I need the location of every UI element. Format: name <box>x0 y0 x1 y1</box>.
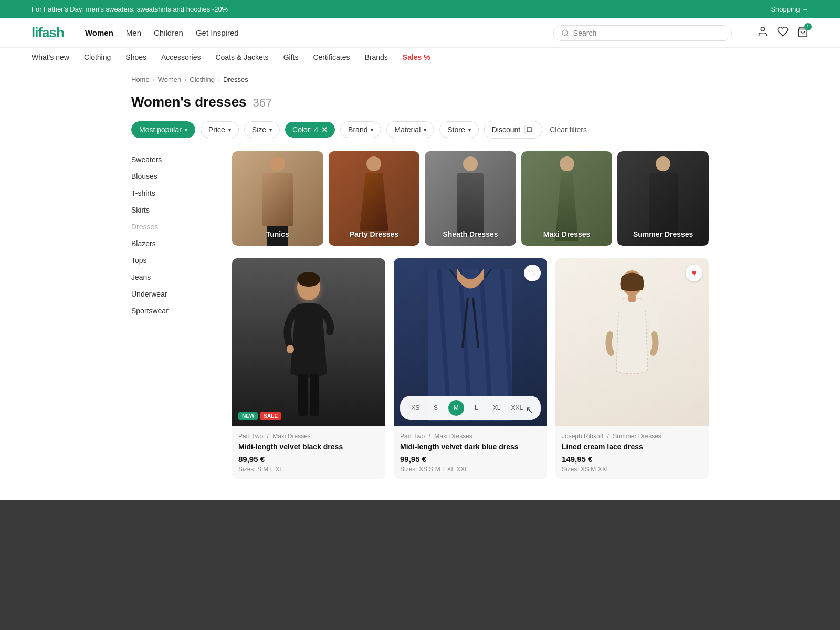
sidebar-item-blazers[interactable]: Blazers <box>131 235 215 252</box>
product-tags-1: NEW SALE <box>238 412 281 420</box>
product-image-1: NEW SALE <box>232 258 385 426</box>
product-name-2: Midi-length velvet dark blue dress <box>400 442 541 452</box>
discount-filter[interactable]: Discount ☐ <box>484 121 542 139</box>
breadcrumb-home[interactable]: Home <box>131 76 150 83</box>
breadcrumb-women[interactable]: Women <box>158 76 182 83</box>
account-icon[interactable] <box>757 26 769 40</box>
search-input[interactable] <box>573 29 724 37</box>
subnav-sales[interactable]: Sales % <box>403 53 430 61</box>
chevron-down-icon: ▾ <box>228 127 231 133</box>
wishlist-button-3[interactable]: ♥ <box>686 265 702 281</box>
category-card-party[interactable]: Party Dresses <box>329 151 420 246</box>
product-info-3: Joseph Ribkoff / Summer Dresses Lined cr… <box>555 426 709 479</box>
price-filter[interactable]: Price ▾ <box>201 121 239 138</box>
size-xxl[interactable]: XXL <box>509 400 525 416</box>
category-label-party: Party Dresses <box>329 230 420 238</box>
sidebar-item-tshirts[interactable]: T-shirts <box>131 185 215 202</box>
main-nav: Women Men Children Get Inspired <box>85 28 239 37</box>
svg-point-0 <box>562 30 568 35</box>
category-label-sheath: Sheath Dresses <box>425 230 516 238</box>
brand-filter[interactable]: Brand ▾ <box>340 121 381 138</box>
size-l[interactable]: L <box>468 400 484 416</box>
chevron-down-icon: ▾ <box>371 127 373 133</box>
page-count: 367 <box>253 96 272 110</box>
subnav-coats[interactable]: Coats & Jackets <box>215 53 268 61</box>
chevron-down-icon: ▾ <box>185 127 187 133</box>
product-image-3: ♥ <box>555 258 709 426</box>
product-brand-2: Part Two / Maxi Dresses <box>400 433 541 440</box>
search-bar[interactable] <box>553 25 732 41</box>
subnav-brands[interactable]: Brands <box>364 53 387 61</box>
discount-checkbox: ☐ <box>524 125 534 134</box>
product-card-3[interactable]: ♥ Joseph Ribkoff / Summer Dresses Lined … <box>555 258 709 479</box>
product-card-1[interactable]: NEW SALE Part Two / Maxi Dresses Midi-le… <box>232 258 385 479</box>
cart-icon-wrap[interactable]: 1 <box>797 26 808 39</box>
size-xs[interactable]: XS <box>407 400 423 416</box>
wishlist-icon[interactable] <box>777 26 789 40</box>
product-card-2[interactable]: ♡ XS S M L XL XXL ↖ <box>394 258 547 479</box>
logo[interactable]: lifash <box>32 25 64 41</box>
sort-filter[interactable]: Most popular ▾ <box>131 121 195 138</box>
page-title: Women's dresses <box>131 94 247 110</box>
product-price-3: 149,95 € <box>562 455 702 464</box>
clear-filters-button[interactable]: Clear filters <box>550 125 587 134</box>
subnav-accessories[interactable]: Accessories <box>161 53 201 61</box>
nav-men[interactable]: Men <box>126 28 141 37</box>
svg-point-2 <box>761 27 764 31</box>
product-brand-3: Joseph Ribkoff / Summer Dresses <box>562 433 702 440</box>
size-filter[interactable]: Size ▾ <box>244 121 280 138</box>
chevron-down-icon: ▾ <box>468 127 471 133</box>
tag-new: NEW <box>238 412 258 420</box>
content-layout: Sweaters Blouses T-shirts Skirts Dresses… <box>131 151 709 479</box>
product-price-1: 89,95 € <box>238 455 379 464</box>
nav-women[interactable]: Women <box>85 28 113 37</box>
nav-children[interactable]: Children <box>154 28 183 37</box>
sidebar-item-blouses[interactable]: Blouses <box>131 168 215 185</box>
breadcrumb-clothing[interactable]: Clothing <box>190 76 215 83</box>
header-icons: 1 <box>757 26 808 40</box>
product-brand-1: Part Two / Maxi Dresses <box>238 433 379 440</box>
top-banner: For Father's Day: men's sweaters, sweats… <box>0 0 840 18</box>
filter-bar: Most popular ▾ Price ▾ Size ▾ Color: 4 ✕… <box>131 121 709 139</box>
sidebar-item-underwear[interactable]: Underwear <box>131 286 215 302</box>
sidebar-item-skirts[interactable]: Skirts <box>131 202 215 218</box>
product-info-1: Part Two / Maxi Dresses Midi-length velv… <box>232 426 385 479</box>
color-filter-active[interactable]: Color: 4 ✕ <box>285 122 335 138</box>
cursor-indicator: ↖ <box>526 404 533 416</box>
cart-badge: 1 <box>804 23 812 30</box>
material-filter[interactable]: Material ▾ <box>386 121 434 138</box>
product-info-2: Part Two / Maxi Dresses Midi-length velv… <box>394 426 547 479</box>
category-label-maxi: Maxi Dresses <box>521 230 613 238</box>
sidebar-item-jeans[interactable]: Jeans <box>131 269 215 286</box>
category-card-tunics[interactable]: Tunics <box>232 151 323 246</box>
dress-silhouette-black <box>267 269 351 421</box>
svg-rect-8 <box>310 374 319 416</box>
product-sizes-3: Sizes: XS M XXL <box>562 466 702 473</box>
sidebar-item-sportswear[interactable]: Sportswear <box>131 302 215 319</box>
wishlist-button-2[interactable]: ♡ <box>524 265 541 281</box>
sub-nav: What's new Clothing Shoes Accessories Co… <box>0 48 840 67</box>
tag-sale: SALE <box>260 412 281 420</box>
subnav-clothing[interactable]: Clothing <box>84 53 111 61</box>
subnav-whats-new[interactable]: What's new <box>32 53 69 61</box>
category-label-tunics: Tunics <box>232 230 323 238</box>
sidebar-item-tops[interactable]: Tops <box>131 252 215 269</box>
category-card-summer[interactable]: Summer Dresses <box>617 151 709 246</box>
subnav-gifts[interactable]: Gifts <box>284 53 299 61</box>
search-icon <box>561 29 569 37</box>
subnav-certificates[interactable]: Certificates <box>313 53 350 61</box>
category-card-sheath[interactable]: Sheath Dresses <box>425 151 516 246</box>
banner-cta[interactable]: Shopping → <box>771 5 808 13</box>
size-s[interactable]: S <box>428 400 444 416</box>
size-m[interactable]: M <box>448 400 464 416</box>
nav-get-inspired[interactable]: Get Inspired <box>196 28 239 37</box>
product-name-3: Lined cream lace dress <box>562 442 702 452</box>
sidebar-item-sweaters[interactable]: Sweaters <box>131 151 215 168</box>
category-card-maxi[interactable]: Maxi Dresses <box>521 151 613 246</box>
sidebar-item-dresses[interactable]: Dresses <box>131 218 215 235</box>
store-filter[interactable]: Store ▾ <box>439 121 478 138</box>
subnav-shoes[interactable]: Shoes <box>125 53 146 61</box>
product-sizes-1: Sizes: S M L XL <box>238 466 379 473</box>
page-title-row: Women's dresses 367 <box>131 94 709 110</box>
size-xl[interactable]: XL <box>489 400 505 416</box>
